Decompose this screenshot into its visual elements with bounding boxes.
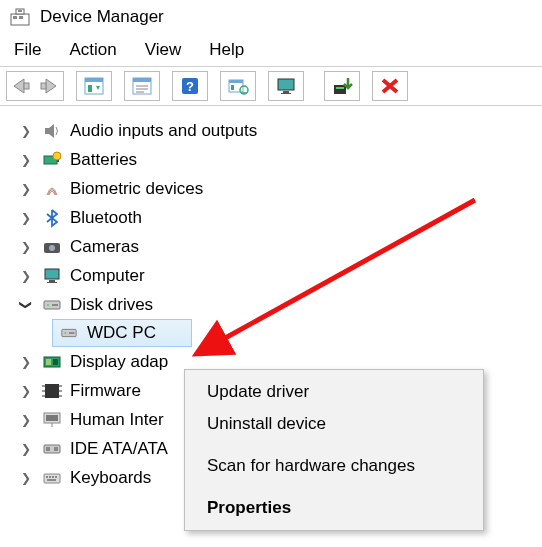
- speaker-icon: [40, 120, 64, 142]
- chevron-down-icon[interactable]: ❯: [19, 297, 33, 313]
- tree-item-computer[interactable]: ❯ Computer: [18, 261, 542, 290]
- tree-label: Keyboards: [70, 468, 151, 488]
- chevron-right-icon[interactable]: ❯: [18, 240, 34, 254]
- nav-buttons: [6, 71, 64, 101]
- ctx-update-driver[interactable]: Update driver: [185, 376, 483, 408]
- app-icon: [8, 6, 32, 28]
- tree-item-wdc-disk[interactable]: WDC PC: [52, 319, 192, 347]
- svg-rect-11: [133, 78, 151, 82]
- svg-rect-43: [45, 384, 59, 398]
- toolbar-update-driver-button[interactable]: [324, 71, 360, 101]
- svg-point-35: [47, 304, 49, 306]
- disk-drive-icon: [57, 322, 81, 344]
- chevron-right-icon[interactable]: ❯: [18, 211, 34, 225]
- svg-rect-58: [52, 476, 54, 478]
- menu-help[interactable]: Help: [209, 40, 244, 60]
- svg-rect-2: [19, 16, 23, 19]
- chevron-right-icon[interactable]: ❯: [18, 182, 34, 196]
- svg-rect-39: [69, 332, 74, 334]
- svg-rect-55: [44, 474, 60, 483]
- context-menu: Update driver Uninstall device Scan for …: [184, 369, 484, 531]
- svg-text:?: ?: [186, 79, 194, 94]
- svg-rect-19: [231, 85, 234, 90]
- menu-action[interactable]: Action: [69, 40, 116, 60]
- chevron-right-icon[interactable]: ❯: [18, 442, 34, 456]
- computer-icon: [40, 265, 64, 287]
- tree-label: Display adap: [70, 352, 168, 372]
- svg-point-30: [49, 245, 55, 251]
- tree-item-cameras[interactable]: ❯ Cameras: [18, 232, 542, 261]
- svg-rect-25: [336, 87, 344, 89]
- disk-drive-icon: [40, 294, 64, 316]
- keyboard-icon: [40, 467, 64, 489]
- tree-label: Audio inputs and outputs: [70, 121, 257, 141]
- svg-rect-59: [55, 476, 57, 478]
- chevron-right-icon[interactable]: ❯: [18, 153, 34, 167]
- menu-view[interactable]: View: [145, 40, 182, 60]
- firmware-icon: [40, 380, 64, 402]
- svg-rect-32: [49, 280, 55, 282]
- ctx-uninstall-device[interactable]: Uninstall device: [185, 408, 483, 440]
- svg-point-28: [53, 152, 61, 160]
- chevron-right-icon[interactable]: ❯: [18, 269, 34, 283]
- chevron-right-icon[interactable]: ❯: [18, 355, 34, 369]
- tree-label: Batteries: [70, 150, 137, 170]
- chevron-right-icon[interactable]: ❯: [18, 124, 34, 138]
- tree-label: Bluetooth: [70, 208, 142, 228]
- ide-ata-icon: [40, 438, 64, 460]
- svg-rect-5: [24, 83, 29, 89]
- fingerprint-icon: [40, 178, 64, 200]
- battery-icon: [40, 149, 64, 171]
- svg-rect-18: [229, 80, 243, 83]
- svg-rect-21: [278, 79, 294, 90]
- toolbar-help-button[interactable]: ?: [172, 71, 208, 101]
- tree-label: IDE ATA/ATA: [70, 439, 168, 459]
- hid-icon: [40, 409, 64, 431]
- ctx-scan-hardware[interactable]: Scan for hardware changes: [185, 450, 483, 482]
- svg-rect-57: [49, 476, 51, 478]
- toolbar-properties-button[interactable]: [124, 71, 160, 101]
- svg-rect-51: [46, 415, 58, 421]
- back-button[interactable]: [10, 76, 32, 96]
- svg-rect-53: [46, 447, 50, 451]
- tree-item-disk-drives[interactable]: ❯ Disk drives: [18, 290, 542, 319]
- svg-rect-23: [281, 93, 291, 94]
- tree-label: Computer: [70, 266, 145, 286]
- svg-rect-33: [47, 282, 57, 283]
- tree-item-batteries[interactable]: ❯ Batteries: [18, 145, 542, 174]
- svg-rect-54: [54, 447, 58, 451]
- tree-label: Disk drives: [70, 295, 153, 315]
- svg-point-38: [65, 332, 67, 334]
- tree-label: Cameras: [70, 237, 139, 257]
- svg-rect-1: [13, 16, 17, 19]
- tree-item-audio[interactable]: ❯ Audio inputs and outputs: [18, 116, 542, 145]
- svg-rect-0: [11, 14, 29, 25]
- forward-button[interactable]: [38, 76, 60, 96]
- camera-icon: [40, 236, 64, 258]
- toolbar-monitor-button[interactable]: [268, 71, 304, 101]
- tree-label: Biometric devices: [70, 179, 203, 199]
- toolbar-scan-button[interactable]: [220, 71, 256, 101]
- toolbar: ?: [0, 66, 542, 106]
- window-title: Device Manager: [40, 7, 164, 27]
- svg-rect-9: [88, 85, 92, 92]
- title-bar: Device Manager: [0, 0, 542, 32]
- chevron-right-icon[interactable]: ❯: [18, 471, 34, 485]
- menu-file[interactable]: File: [14, 40, 41, 60]
- svg-rect-24: [334, 85, 346, 94]
- chevron-right-icon[interactable]: ❯: [18, 413, 34, 427]
- tree-label: Firmware: [70, 381, 141, 401]
- tree-item-bluetooth[interactable]: ❯ Bluetooth: [18, 203, 542, 232]
- toolbar-show-hidden-button[interactable]: [76, 71, 112, 101]
- chevron-right-icon[interactable]: ❯: [18, 384, 34, 398]
- svg-rect-22: [283, 91, 289, 93]
- svg-rect-56: [46, 476, 48, 478]
- ctx-properties[interactable]: Properties: [185, 492, 483, 524]
- svg-rect-8: [85, 78, 103, 82]
- svg-rect-60: [47, 479, 56, 481]
- tree-label: Human Inter: [70, 410, 164, 430]
- svg-rect-41: [46, 359, 51, 365]
- tree-item-biometric[interactable]: ❯ Biometric devices: [18, 174, 542, 203]
- svg-rect-36: [52, 304, 58, 306]
- toolbar-uninstall-button[interactable]: [372, 71, 408, 101]
